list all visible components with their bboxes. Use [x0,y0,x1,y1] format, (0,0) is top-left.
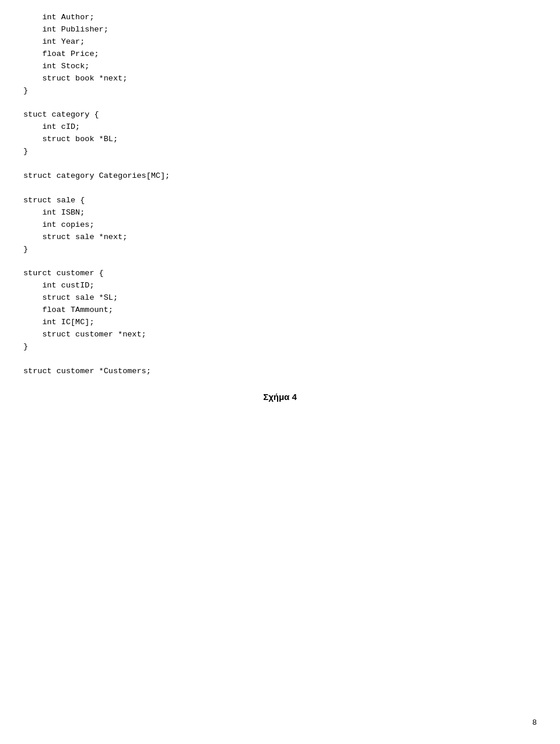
page-container: int Author; int Publisher; int Year; flo… [0,0,560,744]
figure-caption: Σχήμα 4 [23,392,537,402]
code-block: int Author; int Publisher; int Year; flo… [23,12,537,378]
page-number: 8 [533,718,537,727]
